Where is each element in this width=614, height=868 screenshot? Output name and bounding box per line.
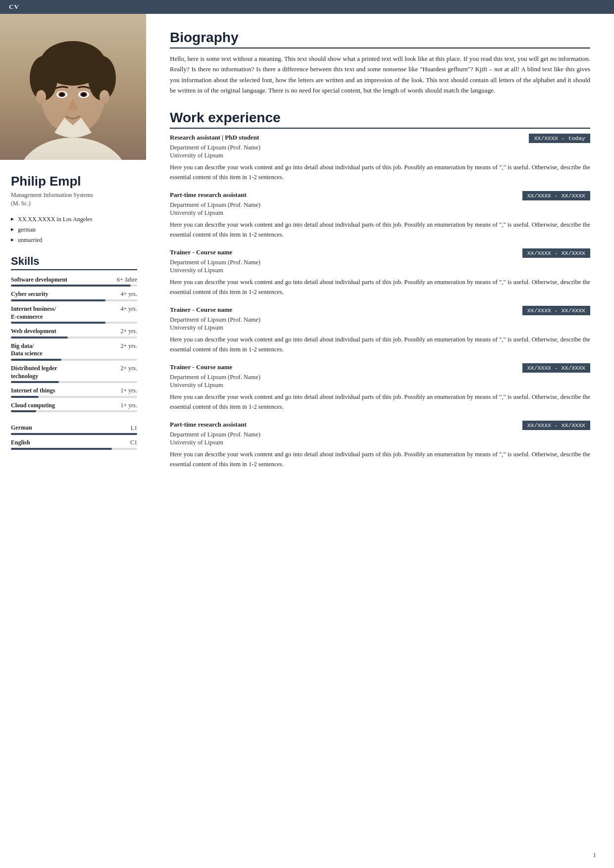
skill-row: Internet business/E-commerce 4+ yrs. (11, 303, 137, 322)
skill-bar-bg (11, 359, 137, 361)
skill-years: 2+ yrs. (95, 363, 137, 381)
skill-years: 2+ yrs. (95, 326, 137, 337)
skill-bar-row (11, 285, 137, 289)
list-item: XX.XX.XXXX in Los Angeles (11, 216, 137, 223)
skill-bar-row (11, 359, 137, 363)
skill-bar-fill (11, 285, 131, 287)
skill-bar-cell (11, 359, 137, 363)
skill-row: Cloud computing 1+ yrs. (11, 400, 137, 411)
skill-bar-bg (11, 285, 137, 287)
skill-bar-fill (11, 299, 105, 301)
list-item: unmarried (11, 237, 137, 244)
work-description: Here you can describe your work content … (170, 277, 590, 297)
work-entry: Trainer - Course name XX/XXXX - XX/XXXX … (170, 306, 590, 354)
header-bar: CV (0, 0, 614, 14)
work-entry: Trainer - Course name XX/XXXX - XX/XXXX … (170, 248, 590, 297)
skill-name: Web development (11, 326, 95, 337)
skills-table: Software development 6+ Jahre Cyber secu… (11, 274, 137, 415)
work-entry: Part-time research assistant XX/XXXX - X… (170, 421, 590, 469)
work-org-line2: University of Lipsum (170, 152, 590, 159)
work-entry-header: Part-time research assistant XX/XXXX - X… (170, 421, 590, 430)
language-bar-fill (11, 433, 137, 435)
work-org-line1: Department of Lipsum (Prof. Name) (170, 316, 590, 324)
language-name: German (11, 422, 95, 433)
work-entry-title: Trainer - Course name (170, 363, 232, 371)
work-org-line1: Department of Lipsum (Prof. Name) (170, 374, 590, 381)
info-list: XX.XX.XXXX in Los Angeles german unmarri… (11, 216, 137, 244)
skill-years: 4+ yrs. (95, 303, 137, 322)
skills-section-title: Skills (11, 255, 137, 270)
language-bar-cell (11, 433, 137, 437)
work-entry-title: Trainer - Course name (170, 306, 232, 314)
list-item: german (11, 226, 137, 234)
work-date-badge: XX/XXXX - today (529, 134, 590, 143)
language-bar-bg (11, 433, 137, 435)
skill-bar-row (11, 381, 137, 385)
skill-bar-bg (11, 381, 137, 383)
skill-row: Web development 2+ yrs. (11, 326, 137, 337)
skill-bar-row (11, 396, 137, 400)
work-entry: Trainer - Course name XX/XXXX - XX/XXXX … (170, 363, 590, 412)
svg-point-10 (60, 93, 64, 96)
language-row: German L1 (11, 422, 137, 433)
skill-bar-cell (11, 337, 137, 340)
svg-point-15 (100, 90, 109, 104)
work-title: Work experience (170, 110, 590, 129)
photo (0, 14, 146, 160)
skill-name: Internet business/E-commerce (11, 303, 95, 322)
main-content: Biography Hello, here is some text witho… (146, 14, 614, 865)
skill-name: Big data/Data science (11, 340, 95, 359)
header-label: CV (9, 3, 19, 10)
work-entry-title: Part-time research assistant (170, 421, 247, 429)
languages-table: German L1 English C1 (11, 422, 137, 451)
work-date-badge: XX/XXXX - XX/XXXX (522, 421, 590, 430)
svg-point-7 (43, 42, 102, 77)
skill-bar-bg (11, 299, 137, 301)
language-bar-bg (11, 448, 137, 450)
skill-row: Big data/Data science 2+ yrs. (11, 340, 137, 359)
work-org-line2: University of Lipsum (170, 267, 590, 274)
work-entry-header: Trainer - Course name XX/XXXX - XX/XXXX (170, 306, 590, 315)
skill-bar-fill (11, 337, 68, 338)
skill-bar-fill (11, 322, 105, 324)
skill-bar-cell (11, 299, 137, 303)
work-org-line2: University of Lipsum (170, 209, 590, 217)
work-section: Work experience Research assistant | PhD… (170, 110, 590, 469)
skill-bar-fill (11, 381, 59, 383)
sidebar: Philip Empl Management Information Syste… (0, 14, 146, 865)
work-entry-header: Research assistant | PhD student XX/XXXX… (170, 134, 590, 143)
skill-years: 1+ yrs. (95, 385, 137, 396)
work-description: Here you can describe your work content … (170, 335, 590, 354)
skill-years: 2+ yrs. (95, 340, 137, 359)
skill-name: Cloud computing (11, 400, 95, 411)
work-description: Here you can describe your work content … (170, 162, 590, 182)
work-org-line2: University of Lipsum (170, 324, 590, 332)
skill-bar-row (11, 322, 137, 326)
skill-name: Distributed legdertechnology (11, 363, 95, 381)
skill-bar-cell (11, 322, 137, 326)
work-org-line1: Department of Lipsum (Prof. Name) (170, 431, 590, 438)
language-bar-cell (11, 448, 137, 452)
biography-text: Hello, here is some text without a meani… (170, 53, 590, 96)
skill-bar-bg (11, 322, 137, 324)
work-org-line2: University of Lipsum (170, 439, 590, 446)
person-name: Philip Empl (11, 174, 137, 189)
work-entry-header: Trainer - Course name XX/XXXX - XX/XXXX (170, 248, 590, 258)
skill-bar-bg (11, 396, 137, 398)
person-title: Management Information Systems(M. Sc.) (11, 191, 137, 208)
page-number: 1 (593, 851, 597, 859)
skill-bar-cell (11, 410, 137, 414)
skill-row: Distributed legdertechnology 2+ yrs. (11, 363, 137, 381)
skill-bar-fill (11, 410, 36, 412)
skill-row: Cyber security 4+ yrs. (11, 289, 137, 299)
skill-bar-row (11, 410, 137, 414)
skill-bar-bg (11, 410, 137, 412)
sidebar-content: Philip Empl Management Information Syste… (0, 160, 146, 461)
skill-bar-row (11, 337, 137, 340)
work-entry-header: Part-time research assistant XX/XXXX - X… (170, 191, 590, 200)
skill-row: Internet of things 1+ yrs. (11, 385, 137, 396)
skill-bar-fill (11, 396, 39, 398)
work-description: Here you can describe your work content … (170, 220, 590, 240)
skill-name: Internet of things (11, 385, 95, 396)
work-entry-title: Part-time research assistant (170, 191, 247, 199)
